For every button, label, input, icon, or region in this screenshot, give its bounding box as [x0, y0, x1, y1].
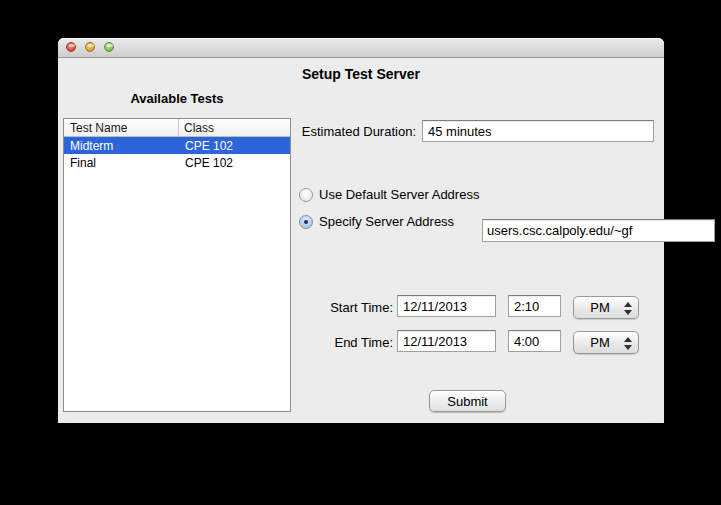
radio-unselected-icon[interactable] [299, 188, 313, 202]
available-tests-label: Available Tests [63, 91, 291, 106]
end-time-label: End Time: [298, 335, 393, 350]
arrow-up-icon [624, 337, 632, 342]
cell-class: CPE 102 [180, 154, 290, 171]
specify-server-label: Specify Server Address [319, 214, 454, 229]
specify-server-option[interactable]: Specify Server Address [299, 214, 454, 229]
table-row-final[interactable]: Final CPE 102 [64, 154, 290, 171]
window-titlebar[interactable] [58, 38, 664, 58]
start-meridiem-select[interactable]: PM [573, 296, 639, 319]
close-button[interactable] [66, 42, 76, 52]
start-time-input[interactable] [508, 295, 561, 317]
window-content: Setup Test Server Available Tests Test N… [58, 59, 664, 423]
arrow-down-icon [624, 310, 632, 315]
use-default-server-label: Use Default Server Address [319, 187, 479, 202]
zoom-button[interactable] [104, 42, 114, 52]
minimize-button[interactable] [85, 42, 95, 52]
table-header[interactable]: Test Name Class [64, 119, 290, 137]
cell-test-name: Final [64, 154, 180, 171]
start-time-label: Start Time: [298, 300, 393, 315]
column-header-test-name[interactable]: Test Name [64, 119, 179, 136]
cell-test-name: Midterm [64, 137, 180, 154]
end-meridiem-select[interactable]: PM [573, 331, 639, 354]
radio-selected-icon[interactable] [299, 215, 313, 229]
estimated-duration-label: Estimated Duration: [298, 124, 416, 139]
setup-test-server-window: Setup Test Server Available Tests Test N… [58, 38, 664, 423]
page-title: Setup Test Server [58, 66, 664, 82]
stepper-arrows-icon [624, 336, 632, 351]
end-date-input[interactable] [397, 330, 496, 352]
end-time-input[interactable] [508, 330, 561, 352]
available-tests-table[interactable]: Test Name Class Midterm CPE 102 Final CP… [63, 118, 291, 412]
estimated-duration-input[interactable] [422, 120, 654, 142]
arrow-up-icon [624, 302, 632, 307]
stepper-arrows-icon [624, 301, 632, 316]
table-row-midterm[interactable]: Midterm CPE 102 [64, 137, 290, 154]
use-default-server-option[interactable]: Use Default Server Address [299, 187, 479, 202]
submit-button[interactable]: Submit [429, 390, 506, 412]
cell-class: CPE 102 [180, 137, 290, 154]
column-header-class[interactable]: Class [179, 119, 290, 136]
server-address-input[interactable] [482, 219, 715, 242]
arrow-down-icon [624, 345, 632, 350]
start-date-input[interactable] [397, 295, 496, 317]
desktop-background: Setup Test Server Available Tests Test N… [0, 0, 721, 505]
